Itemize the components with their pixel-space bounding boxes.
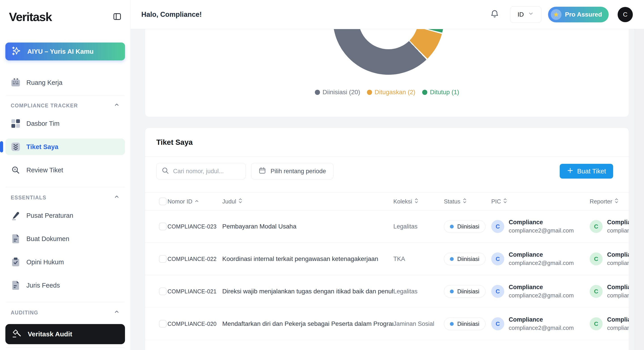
pro-assured-badge[interactable]: ★ Pro Assured bbox=[548, 7, 609, 22]
pic-email: compliance2@gmail.com bbox=[509, 324, 574, 331]
select-all-checkbox[interactable] bbox=[159, 198, 166, 205]
sidebar-item-dasbor-tim[interactable]: Dasbor Tim bbox=[5, 115, 125, 132]
cell-judul: Direksi wajib menjalankan tugas dengan i… bbox=[222, 288, 393, 295]
sidebar-item-label: Tiket Saya bbox=[26, 143, 58, 151]
language-value: ID bbox=[518, 11, 524, 18]
pen-icon bbox=[11, 211, 20, 220]
reporter-email: compliance2@gmail.com bbox=[607, 227, 629, 234]
row-checkbox[interactable] bbox=[159, 255, 166, 263]
legend-label: Diinisiasi (20) bbox=[323, 89, 360, 96]
tickets-toolbar: Pilih rentang periode Buat Tiket bbox=[145, 157, 629, 179]
legend-label: Ditutup (1) bbox=[430, 89, 459, 96]
pic-avatar: C bbox=[491, 252, 504, 265]
reporter-avatar: C bbox=[590, 285, 603, 298]
sidebar-item-pusat-peraturan[interactable]: Pusat Peraturan bbox=[5, 207, 125, 224]
veritask-audit-button[interactable]: Veritask Audit bbox=[5, 324, 125, 344]
pic-email: compliance2@gmail.com bbox=[509, 227, 574, 234]
reporter-name: Compliance bbox=[607, 219, 629, 226]
cell-koleksi: Legalitas bbox=[393, 288, 444, 295]
section-compliance-tracker[interactable]: COMPLIANCE TRACKER bbox=[5, 102, 125, 109]
tickets-card: Tiket Saya bbox=[145, 128, 629, 350]
sort-both-icon bbox=[238, 198, 242, 205]
section-label: COMPLIANCE TRACKER bbox=[11, 103, 78, 109]
notifications-button[interactable] bbox=[490, 10, 499, 20]
reporter-name: Compliance bbox=[607, 316, 629, 323]
calendar-icon bbox=[258, 167, 266, 176]
cell-koleksi: Jaminan Sosial bbox=[393, 320, 444, 327]
vertical-scrollbar[interactable] bbox=[634, 29, 644, 350]
table-header-row: Nomor ID Judul Koleksi bbox=[145, 192, 629, 210]
table-row[interactable]: COMPLIANCE-020 Mendaftarkan diri dan Pek… bbox=[145, 308, 629, 340]
user-avatar[interactable]: C bbox=[618, 7, 633, 22]
legend-item[interactable]: Ditugaskan (2) bbox=[367, 89, 416, 96]
ai-assistant-button[interactable]: AIYU – Yuris AI Kamu bbox=[5, 43, 125, 61]
sidebar-item-ruang-kerja[interactable]: Ruang Kerja bbox=[5, 74, 125, 91]
sidebar-item-opini-hukum[interactable]: Opini Hukum bbox=[5, 254, 125, 270]
donut-chart[interactable] bbox=[333, 29, 444, 75]
reporter-avatar: C bbox=[590, 220, 603, 233]
tickets-card-header: Tiket Saya bbox=[145, 128, 629, 156]
legend-item[interactable]: Ditutup (1) bbox=[422, 89, 459, 96]
tickets-title: Tiket Saya bbox=[156, 138, 618, 147]
column-header-pic[interactable]: PIC bbox=[491, 198, 590, 205]
table-row[interactable]: COMPLIANCE-023 Pembayaran Modal Usaha Le… bbox=[145, 210, 629, 243]
sidebar-divider bbox=[6, 347, 124, 347]
legend-item[interactable]: Diinisiasi (20) bbox=[315, 89, 360, 96]
column-header-status[interactable]: Status bbox=[444, 198, 491, 205]
sidebar-item-tiket-saya[interactable]: Tiket Saya bbox=[5, 139, 125, 155]
reporter-email: compliance2@gmail.com bbox=[607, 292, 629, 299]
legend-dot bbox=[422, 90, 427, 95]
bell-icon bbox=[490, 10, 499, 20]
cell-nomor-id: COMPLIANCE-020 bbox=[168, 321, 222, 327]
language-selector[interactable]: ID bbox=[510, 6, 541, 23]
topbar: Halo, Compliance! ID ★ Pro Assured C bbox=[130, 0, 644, 29]
ticket-checklist-icon bbox=[11, 142, 20, 152]
status-dot bbox=[450, 225, 454, 228]
sort-both-icon bbox=[614, 198, 618, 205]
create-ticket-button[interactable]: Buat Tiket bbox=[560, 164, 613, 179]
status-badge: Diinisiasi bbox=[444, 317, 486, 330]
cell-nomor-id: COMPLIANCE-023 bbox=[168, 223, 222, 230]
pic-email: compliance2@gmail.com bbox=[509, 292, 574, 299]
column-header-koleksi[interactable]: Koleksi bbox=[393, 198, 444, 205]
legend-dot bbox=[315, 90, 320, 95]
row-checkbox[interactable] bbox=[159, 320, 166, 328]
section-auditing[interactable]: AUDITING bbox=[5, 309, 125, 316]
sort-asc-icon bbox=[194, 198, 199, 205]
section-label: ESSENTIALS bbox=[11, 195, 46, 201]
cell-pic: C Compliance compliance2@gmail.com bbox=[491, 316, 590, 331]
date-range-button[interactable]: Pilih rentang periode bbox=[251, 163, 334, 179]
reporter-name: Compliance bbox=[607, 251, 629, 258]
chevron-up-icon bbox=[114, 102, 120, 109]
status-badge: Diinisiasi bbox=[444, 285, 486, 298]
ai-assistant-label: AIYU – Yuris AI Kamu bbox=[27, 48, 94, 55]
document-icon bbox=[11, 234, 20, 244]
status-dot bbox=[450, 322, 454, 326]
column-header-reporter[interactable]: Reporter bbox=[590, 198, 629, 205]
column-header-nomor-id[interactable]: Nomor ID bbox=[168, 198, 222, 205]
reporter-email: compliance2@gmail.com bbox=[607, 324, 629, 331]
sidebar-item-label: Dasbor Tim bbox=[26, 120, 60, 127]
sidebar-item-review-tiket[interactable]: Review Tiket bbox=[5, 162, 125, 178]
legend-label: Ditugaskan (2) bbox=[375, 89, 416, 96]
sidebar-divider bbox=[6, 187, 124, 187]
row-checkbox[interactable] bbox=[159, 223, 166, 230]
audit-button-label: Veritask Audit bbox=[28, 330, 72, 338]
sidebar-item-label: Review Tiket bbox=[26, 167, 63, 174]
reporter-avatar: C bbox=[590, 252, 603, 265]
sidebar-item-juris-feeds[interactable]: Juris Feeds bbox=[5, 277, 125, 294]
pic-name: Compliance bbox=[509, 284, 574, 291]
sort-both-icon bbox=[463, 198, 467, 205]
search-input[interactable] bbox=[173, 168, 240, 175]
sidebar-item-label: Juris Feeds bbox=[26, 282, 60, 289]
sidebar-collapse-button[interactable] bbox=[112, 12, 122, 22]
sidebar-divider bbox=[6, 95, 124, 95]
section-essentials[interactable]: ESSENTIALS bbox=[5, 194, 125, 201]
cell-pic: C Compliance compliance2@gmail.com bbox=[491, 251, 590, 266]
search-box bbox=[156, 163, 246, 179]
sidebar-item-buat-dokumen[interactable]: Buat Dokumen bbox=[5, 230, 125, 247]
table-row[interactable]: COMPLIANCE-021 Direksi wajib menjalankan… bbox=[145, 275, 629, 308]
row-checkbox[interactable] bbox=[159, 287, 166, 295]
column-header-judul[interactable]: Judul bbox=[222, 198, 393, 205]
table-row[interactable]: COMPLIANCE-022 Koordinasi internal terka… bbox=[145, 243, 629, 275]
